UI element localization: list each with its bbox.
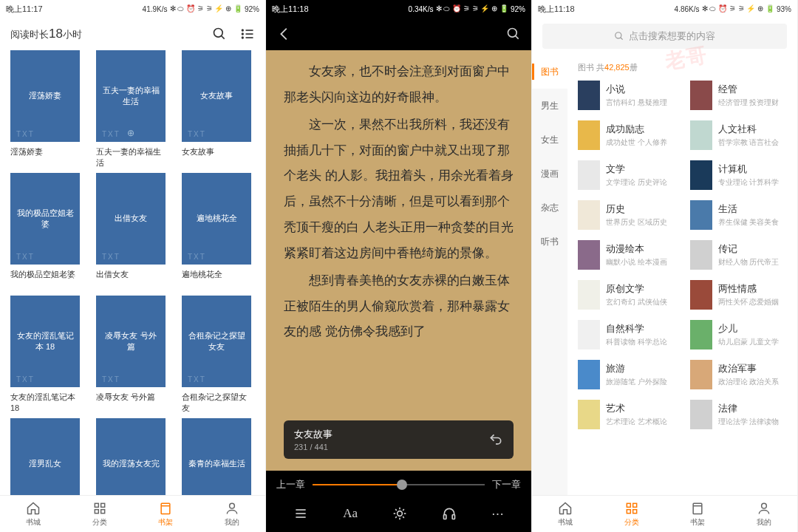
book-count: 图书 共42,825册 xyxy=(578,62,787,73)
status-speed: 0.34K/s xyxy=(409,5,434,13)
category-item[interactable]: 经管经济管理 投资理财 xyxy=(690,81,788,110)
book-item[interactable]: 淫男乱女TXT xyxy=(10,418,80,495)
search-icon[interactable] xyxy=(212,27,227,41)
category-item[interactable]: 艺术艺术理论 艺术概论 xyxy=(578,400,675,429)
category-item[interactable]: 政治军事政治理论 政治关系 xyxy=(690,360,788,389)
status-icons: ✻ ⬭ ⏰ ⚞ ⚞ ⚡ ⊕ 🔋 xyxy=(702,4,774,13)
nav-book[interactable]: 书架 xyxy=(133,496,200,532)
reader-page[interactable]: 女友家，也不时会注意到对面窗户中那老头闪向这边的好奇眼神。这一次，果然不出我所料… xyxy=(266,50,531,471)
status-battery: 93% xyxy=(777,5,791,13)
list-icon[interactable] xyxy=(240,27,255,41)
grid-icon xyxy=(92,501,107,516)
brightness-icon[interactable] xyxy=(392,506,407,522)
svg-point-3 xyxy=(242,33,244,35)
category-item[interactable]: 两性情感两性关怀 恋爱婚姻 xyxy=(690,280,788,310)
category-item[interactable]: 自然科学科普读物 科学总论 xyxy=(578,320,675,349)
book-item[interactable]: 女友的淫乱笔记本 18TXT女友的淫乱笔记本 18 xyxy=(10,296,80,414)
book-icon xyxy=(690,501,705,516)
svg-rect-11 xyxy=(100,509,104,513)
svg-point-20 xyxy=(398,511,403,516)
category-item[interactable]: 旅游旅游随笔 户外探险 xyxy=(578,360,675,389)
back-icon[interactable] xyxy=(276,26,293,42)
bookshelf-grid: 老哥 淫荡娇妻TXT淫荡娇妻五夫一妻的幸福生活TXT⊕五夫一妻的幸福生活女友故事… xyxy=(0,50,265,495)
book-item[interactable]: 女友故事TXT女友故事 xyxy=(182,50,251,168)
search-icon[interactable] xyxy=(506,27,521,41)
book-item[interactable]: 五夫一妻的幸福生活TXT⊕五夫一妻的幸福生活 xyxy=(96,50,166,168)
side-tab[interactable]: 图书 xyxy=(532,55,567,89)
nav-grid[interactable]: 分类 xyxy=(598,496,665,532)
svg-line-26 xyxy=(403,516,404,518)
nav-user[interactable]: 我的 xyxy=(731,496,797,532)
more-icon[interactable]: ⋯ xyxy=(491,506,504,522)
nav-grid[interactable]: 分类 xyxy=(66,496,133,532)
status-battery: 92% xyxy=(511,5,525,13)
side-tab[interactable]: 听书 xyxy=(532,225,567,259)
side-tab[interactable]: 杂志 xyxy=(532,191,567,225)
category-item[interactable]: 文学文学理论 历史评论 xyxy=(578,160,675,190)
toast-title: 女友故事 xyxy=(294,428,332,441)
home-icon xyxy=(558,501,573,516)
category-item[interactable]: 传记财经人物 历代帝王 xyxy=(690,240,788,270)
category-item[interactable]: 小说言情科幻 悬疑推理 xyxy=(578,81,675,110)
svg-rect-10 xyxy=(95,509,98,513)
svg-rect-36 xyxy=(632,509,636,513)
prev-chapter-button[interactable]: 上一章 xyxy=(276,478,305,491)
font-icon[interactable]: Aa xyxy=(343,506,358,522)
book-item[interactable]: 我的淫荡女友完TXT xyxy=(96,418,166,495)
book-item[interactable]: 合租杂记之探望女友TXT合租杂记之探望女友 xyxy=(182,296,251,414)
svg-point-14 xyxy=(230,503,235,508)
bottom-nav: 书城分类书架我的 xyxy=(0,495,265,532)
book-item[interactable]: 遍地桃花全TXT遍地桃花全 xyxy=(182,173,251,291)
bookshelf-header: 阅读时长18小时 xyxy=(0,18,265,50)
svg-point-39 xyxy=(762,503,767,508)
status-icons: ✻ ⬭ ⏰ ⚞ ⚞ ⚡ ⊕ 🔋 xyxy=(170,4,242,13)
status-bar: 晚上11:18 4.86K/s ✻ ⬭ ⏰ ⚞ ⚞ ⚡ ⊕ 🔋 93% xyxy=(532,0,797,18)
category-item[interactable]: 成功励志成功处世 个人修养 xyxy=(578,120,675,150)
search-input[interactable]: 点击搜索想要的内容 xyxy=(542,24,787,49)
category-item[interactable]: 动漫绘本幽默小说 绘本漫画 xyxy=(578,240,675,270)
toast-progress: 231 / 441 xyxy=(294,443,332,451)
progress-toast: 女友故事 231 / 441 xyxy=(284,420,514,459)
status-icons: ✻ ⬭ ⏰ ⚞ ⚞ ⚡ ⊕ 🔋 xyxy=(436,4,508,13)
book-item[interactable]: 秦青的幸福生活TXT xyxy=(182,418,251,495)
category-item[interactable]: 历史世界历史 区域历史 xyxy=(578,200,675,230)
category-item[interactable]: 少儿幼儿启蒙 儿童文学 xyxy=(690,320,788,349)
undo-icon[interactable] xyxy=(488,432,503,447)
category-item[interactable]: 原创文学玄幻奇幻 武侠仙侠 xyxy=(578,280,675,310)
side-tab[interactable]: 男生 xyxy=(532,89,567,123)
category-main: 老哥 图书 共42,825册 小说言情科幻 悬疑推理经管经济管理 投资理财成功励… xyxy=(567,55,797,495)
reader-footer: 上一章 下一章 Aa ⋯ xyxy=(266,471,531,532)
svg-line-28 xyxy=(403,509,404,511)
book-item[interactable]: 我的极品空姐老婆TXT我的极品空姐老婆 xyxy=(10,173,80,291)
svg-point-15 xyxy=(508,29,517,38)
status-battery: 92% xyxy=(245,5,259,13)
category-item[interactable]: 生活养生保健 美容美食 xyxy=(690,200,788,230)
book-item[interactable]: 出借女友TXT出借女友 xyxy=(96,173,166,291)
status-speed: 4.86K/s xyxy=(675,5,700,13)
nav-home[interactable]: 书城 xyxy=(0,496,66,532)
svg-line-32 xyxy=(621,38,623,40)
category-item[interactable]: 计算机专业理论 计算科学 xyxy=(690,160,788,190)
screen-bookshelf: 晚上11:17 41.9K/s ✻ ⬭ ⏰ ⚞ ⚞ ⚡ ⊕ 🔋 92% 阅读时长… xyxy=(0,0,266,532)
headphones-icon[interactable] xyxy=(442,506,457,522)
grid-icon xyxy=(624,501,639,516)
reading-time-label: 阅读时长18小时 xyxy=(10,27,82,41)
category-item[interactable]: 人文社科哲学宗教 语言社会 xyxy=(690,120,788,150)
side-tab[interactable]: 女生 xyxy=(532,123,567,157)
search-icon xyxy=(614,31,624,41)
side-tab[interactable]: 漫画 xyxy=(532,157,567,191)
book-item[interactable]: 凌辱女友 号外篇TXT凌辱女友 号外篇 xyxy=(96,296,166,414)
nav-book[interactable]: 书架 xyxy=(665,496,732,532)
category-sidebar: 图书男生女生漫画杂志听书 xyxy=(532,55,567,495)
nav-home[interactable]: 书城 xyxy=(532,496,598,532)
category-item[interactable]: 法律理论法学 法律读物 xyxy=(690,400,788,429)
progress-slider[interactable] xyxy=(313,484,485,485)
book-item[interactable]: 淫荡娇妻TXT淫荡娇妻 xyxy=(10,50,80,168)
next-chapter-button[interactable]: 下一章 xyxy=(492,478,521,491)
nav-user[interactable]: 我的 xyxy=(199,496,265,532)
home-icon xyxy=(26,501,41,516)
status-time: 晚上11:17 xyxy=(6,4,43,15)
toc-icon[interactable] xyxy=(293,506,308,522)
svg-line-1 xyxy=(222,36,225,39)
svg-rect-12 xyxy=(162,503,171,514)
